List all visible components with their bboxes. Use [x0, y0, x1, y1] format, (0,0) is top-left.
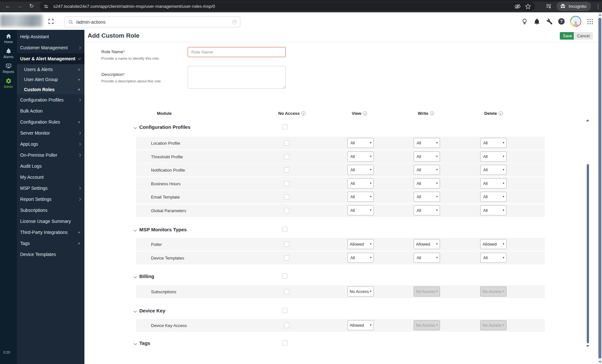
- collapse-chevron-icon[interactable]: [134, 342, 137, 345]
- page-scroll-down-arrow[interactable]: [599, 361, 601, 363]
- sidebar-item-configuration-rules[interactable]: Configuration Rules+: [17, 116, 84, 127]
- page-scrollbar[interactable]: [598, 12, 602, 364]
- description-input[interactable]: [188, 66, 286, 89]
- write-access-select[interactable]: All▾: [414, 178, 440, 188]
- section-no-access-checkbox[interactable]: [282, 340, 287, 346]
- view-access-select[interactable]: All▾: [347, 253, 374, 263]
- info-icon[interactable]: i: [363, 111, 367, 115]
- scroll-up-arrow[interactable]: [586, 119, 589, 121]
- chevron-down-icon[interactable]: [78, 57, 81, 60]
- row-no-access-checkbox[interactable]: [284, 194, 289, 200]
- chevron-right-icon[interactable]: [78, 98, 81, 102]
- write-access-select[interactable]: All▾: [414, 253, 440, 263]
- address-bar[interactable]: s247.localsite24x7.com/app/client#/admin…: [40, 2, 535, 11]
- sidebar-item-user-alert-management[interactable]: User & Alert Management: [17, 53, 84, 64]
- view-access-select[interactable]: All▾: [347, 178, 374, 188]
- delete-access-select[interactable]: All▾: [480, 165, 507, 175]
- page-scrollbar-thumb[interactable]: [598, 18, 601, 358]
- section-title[interactable]: Billing: [139, 273, 154, 279]
- info-icon[interactable]: i: [430, 111, 434, 115]
- rail-item-home[interactable]: Home: [0, 33, 17, 44]
- view-access-select[interactable]: All▾: [347, 205, 374, 215]
- sidebar-item-custom-roles[interactable]: Custom Roles+: [17, 84, 84, 94]
- chevron-right-icon[interactable]: [78, 153, 81, 157]
- delete-access-select[interactable]: All▾: [480, 205, 507, 215]
- delete-access-select[interactable]: All▾: [480, 152, 507, 162]
- delete-access-select[interactable]: All▾: [480, 253, 507, 263]
- chevron-right-icon[interactable]: [78, 131, 81, 135]
- row-no-access-checkbox[interactable]: [284, 181, 289, 186]
- sidebar-item-server-monitor[interactable]: Server Monitor: [17, 127, 84, 139]
- sidebar-item-customer-management[interactable]: Customer Management: [17, 42, 84, 53]
- global-search[interactable]: ✕: [65, 17, 240, 27]
- chevron-right-icon[interactable]: [78, 142, 81, 146]
- plus-icon[interactable]: +: [78, 67, 81, 72]
- delete-access-select[interactable]: All▾: [480, 178, 507, 188]
- write-access-select[interactable]: All▾: [414, 138, 440, 148]
- sidebar-item-applogs[interactable]: AppLogs: [17, 139, 84, 150]
- plus-icon[interactable]: +: [78, 241, 81, 246]
- sidebar-item-license-usage-summary[interactable]: License Usage Summary: [17, 216, 84, 227]
- sidebar-item-help-assistant[interactable]: Help Assistant: [17, 31, 84, 42]
- sidebar-item-user-alert-group[interactable]: User Alert Group+: [17, 74, 84, 84]
- scroll-down-arrow[interactable]: [586, 345, 589, 347]
- view-access-select[interactable]: Allowed▾: [347, 239, 374, 249]
- info-icon[interactable]: i: [499, 111, 503, 115]
- rail-item-reports[interactable]: Reports: [0, 63, 17, 74]
- section-title[interactable]: MSP Monitors Types: [139, 227, 187, 232]
- rail-item-admin[interactable]: Admin: [0, 78, 17, 89]
- section-no-access-checkbox[interactable]: [282, 273, 287, 279]
- plus-icon[interactable]: +: [78, 87, 81, 92]
- write-access-select[interactable]: Allowed▾: [414, 239, 440, 249]
- sidebar-item-audit-logs[interactable]: Audit Logs: [17, 161, 84, 172]
- collapse-chevron-icon[interactable]: [134, 126, 137, 129]
- view-access-select[interactable]: No Access▾: [347, 286, 374, 297]
- site-info-icon[interactable]: [44, 4, 49, 9]
- row-no-access-checkbox[interactable]: [284, 242, 289, 247]
- chevron-right-icon[interactable]: [78, 198, 81, 201]
- row-no-access-checkbox[interactable]: [284, 255, 289, 261]
- chevron-right-icon[interactable]: [78, 46, 81, 49]
- section-no-access-checkbox[interactable]: [282, 308, 287, 313]
- write-access-select[interactable]: All▾: [414, 152, 440, 162]
- browser-menu-icon[interactable]: ⋮: [596, 3, 600, 9]
- media-queue-icon[interactable]: [546, 3, 552, 9]
- section-no-access-checkbox[interactable]: [282, 227, 287, 232]
- plus-icon[interactable]: +: [78, 77, 81, 82]
- section-no-access-checkbox[interactable]: [282, 124, 287, 129]
- write-access-select[interactable]: All▾: [414, 192, 440, 202]
- sidebar-item-bulk-action[interactable]: Bulk Action: [17, 105, 84, 116]
- reload-icon[interactable]: ↻: [28, 3, 35, 9]
- chevron-right-icon[interactable]: [78, 187, 81, 190]
- sidebar-item-device-templates[interactable]: Device Templates: [17, 249, 84, 260]
- fullscreen-icon[interactable]: [48, 18, 54, 24]
- info-icon[interactable]: i: [301, 111, 306, 115]
- sidebar-item-tags[interactable]: Tags+: [17, 238, 84, 249]
- back-icon[interactable]: ←: [5, 3, 11, 9]
- forward-icon[interactable]: →: [16, 3, 23, 9]
- clear-search-icon[interactable]: ✕: [232, 19, 237, 24]
- row-no-access-checkbox[interactable]: [284, 289, 289, 294]
- tips-lightbulb-icon[interactable]: [521, 18, 528, 25]
- row-no-access-checkbox[interactable]: [284, 323, 289, 328]
- sidebar-item-msp-settings[interactable]: MSP Settings: [17, 183, 84, 194]
- tools-wrench-icon[interactable]: [546, 18, 553, 25]
- write-access-select[interactable]: All▾: [414, 165, 440, 175]
- sidebar-item-configuration-profiles[interactable]: Configuration Profiles: [17, 94, 84, 105]
- delete-access-select[interactable]: All▾: [480, 138, 507, 148]
- page-scroll-up-arrow[interactable]: [599, 14, 601, 16]
- sidebar-item-third-party-integrations[interactable]: Third-Party Integrations+: [17, 227, 84, 238]
- sidebar-item-my-account[interactable]: My Account: [17, 172, 84, 183]
- row-no-access-checkbox[interactable]: [284, 208, 289, 213]
- inner-scrollbar-thumb[interactable]: [587, 164, 589, 343]
- plus-icon[interactable]: +: [78, 120, 81, 124]
- view-access-select[interactable]: Allowed▾: [347, 320, 374, 330]
- view-access-select[interactable]: All▾: [347, 138, 374, 148]
- write-access-select[interactable]: All▾: [414, 205, 440, 215]
- eye-off-icon[interactable]: [514, 3, 521, 10]
- view-access-select[interactable]: All▾: [347, 152, 374, 162]
- url-text[interactable]: s247.localsite24x7.com/app/client#/admin…: [53, 4, 514, 9]
- help-icon[interactable]: ?: [558, 18, 565, 25]
- row-no-access-checkbox[interactable]: [284, 154, 289, 159]
- delete-access-select[interactable]: Allowed▾: [480, 239, 507, 249]
